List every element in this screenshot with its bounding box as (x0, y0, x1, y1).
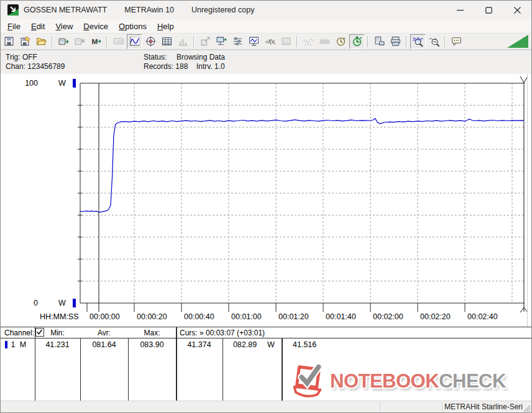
min-value: 41.231 (35, 340, 80, 350)
monitor-signal-icon (249, 36, 259, 47)
x-tick-label: 00:01:00 (231, 312, 262, 321)
statusbar-divider (380, 402, 381, 412)
zoom-out-button[interactable] (426, 34, 442, 49)
save-as-icon (20, 36, 30, 47)
statusbar-divider (442, 402, 443, 412)
title-bar: GOSSEN METRAWATT METRAwin 10 Unregistere… (1, 1, 531, 19)
table-view-icon (162, 36, 172, 47)
read-device-button[interactable] (56, 34, 71, 49)
menu-item-edit[interactable]: Edit (26, 20, 50, 32)
delta-value: 41.516 (293, 340, 330, 350)
record-timer-button[interactable] (349, 34, 365, 49)
multimeter-display-button: 1257 (111, 34, 126, 49)
save-icon (4, 36, 14, 47)
save-button[interactable] (1, 34, 17, 49)
column-divider (35, 327, 35, 401)
channel-list: Chan: 123456789 (6, 62, 65, 71)
channel-axis-marker (73, 79, 76, 88)
zoom-out-icon (429, 36, 439, 47)
status-panel: Trig: OFF Chan: 123456789 Status: Browsi… (1, 50, 531, 75)
print-icon (390, 36, 401, 47)
time-settings-icon (336, 36, 346, 47)
menu-item-help[interactable]: Help (152, 20, 179, 32)
column-divider (176, 327, 177, 401)
device-panel-button (278, 34, 294, 49)
multimeter-display-icon: 1257 (113, 36, 124, 47)
status-label: Status: (144, 53, 167, 61)
interval-value: Intrv. 1.0 (196, 62, 225, 71)
toolbar-separator (106, 36, 108, 47)
avr-value: 081.64 (80, 340, 128, 350)
close-button[interactable] (503, 1, 531, 19)
y-unit-label: W (58, 299, 66, 307)
open-button[interactable] (34, 34, 49, 49)
min-header: Min: (35, 329, 80, 337)
menu-item-file[interactable]: File (2, 20, 25, 32)
monitor-signal-button[interactable] (246, 34, 262, 49)
title-license: Unregistered copy (191, 6, 254, 14)
app-window: GOSSEN METRAWATT METRAwin 10 Unregistere… (0, 0, 532, 413)
channel-table: Channel: Min: Avr: Max: Curs: » 00:03:07… (1, 327, 531, 401)
app-logo-icon (7, 4, 19, 16)
transfer-settings-icon (216, 36, 227, 47)
open-icon (36, 36, 47, 47)
channel-axis-marker (73, 299, 76, 307)
power-curve (80, 119, 524, 212)
menu-item-options[interactable]: Options (114, 20, 152, 32)
column-divider (282, 338, 283, 401)
power-trend-chart: 100W0WHH:MM:SS00:00:0000:00:2000:00:4000… (1, 74, 532, 327)
trigger-status: Trig: OFF (6, 53, 37, 61)
toolbar-separator (367, 36, 369, 47)
menu-item-view[interactable]: View (50, 20, 78, 32)
resize-grip[interactable] (523, 404, 531, 412)
wave-dense-button (317, 34, 332, 49)
toolbar-separator (444, 36, 446, 47)
title-program: METRAwin 10 (124, 6, 174, 14)
device-panel-icon (281, 36, 291, 47)
formula-button[interactable]: =f(x) (262, 34, 278, 49)
y-min-label: 0 (34, 299, 38, 307)
x-tick-label: 00:00:40 (184, 312, 214, 321)
toolbar-separator (52, 36, 53, 47)
zoom-signal-button[interactable] (410, 34, 426, 49)
x-tick-label: 00:01:40 (326, 312, 356, 321)
status-bar: METRAHit Starline-Seri (1, 401, 531, 413)
disconnect-device-button (72, 34, 88, 49)
cursor-header: Curs: » 00:03:07 (+03:01) (180, 329, 265, 337)
svg-text:=f(x): =f(x) (265, 39, 275, 45)
x-tick-label: 00:01:20 (278, 312, 309, 321)
time-settings-button[interactable] (333, 34, 349, 49)
maximize-button[interactable] (474, 1, 503, 19)
print-preview-button[interactable] (372, 34, 387, 49)
channel-settings-button[interactable] (230, 34, 245, 49)
y-max-label: 100 (25, 79, 38, 88)
toolbar-separator (406, 36, 407, 47)
statistics-view-button (175, 34, 191, 49)
svg-text:1257: 1257 (114, 40, 122, 43)
scope-view-button[interactable] (143, 34, 158, 49)
transfer-settings-button[interactable] (214, 34, 229, 49)
chart-view-button[interactable] (127, 34, 142, 49)
channel-color-marker (5, 341, 7, 348)
cursor1-value: 41.374 (176, 340, 222, 350)
save-as-button[interactable] (17, 34, 33, 49)
annotation-button[interactable] (449, 34, 464, 49)
table-view-button[interactable] (159, 34, 175, 49)
close-icon (514, 7, 521, 14)
channel-settings-icon (232, 36, 243, 47)
minimize-icon (457, 7, 464, 14)
unit-label: W (265, 340, 277, 350)
wave-dense-icon (319, 36, 330, 47)
memory-read-icon: M (91, 36, 101, 47)
x-tick-label: 00:00:20 (137, 312, 167, 321)
channel-mode: M (18, 340, 28, 350)
channel-header: Channel: (4, 329, 34, 337)
window-controls (446, 1, 531, 19)
cursor2-value: 082.89 (222, 340, 267, 350)
memory-read-button[interactable]: M (88, 34, 104, 49)
menu-item-device[interactable]: Device (78, 20, 113, 32)
minimize-button[interactable] (446, 1, 474, 19)
connected-device-label: METRAHit Starline-Seri (444, 402, 523, 411)
max-value: 083.90 (128, 340, 176, 350)
print-button[interactable] (388, 34, 403, 49)
